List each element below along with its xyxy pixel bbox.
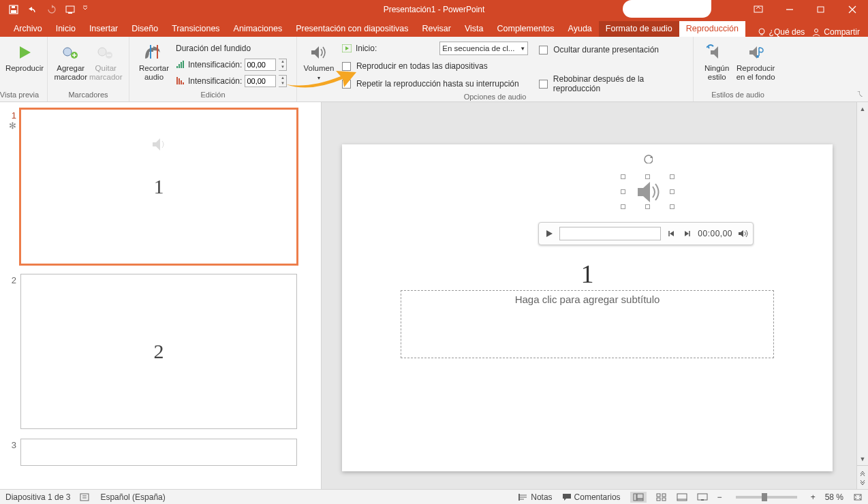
volume-icon — [309, 44, 329, 61]
resize-handle[interactable] — [645, 204, 650, 209]
subtitle-placeholder[interactable]: Haga clic para agregar subtítulo — [401, 290, 774, 358]
svg-point-11 — [759, 29, 764, 34]
zoom-knob[interactable] — [762, 493, 767, 501]
reproducir-button[interactable]: Reproducir — [5, 40, 44, 89]
minimize-button[interactable] — [774, 0, 805, 19]
comments-button[interactable]: Comentarios — [562, 492, 621, 502]
tab-vista[interactable]: Vista — [458, 21, 491, 37]
tab-animaciones[interactable]: Animaciones — [227, 21, 290, 37]
slide-thumbnail-2[interactable]: 2 — [20, 274, 297, 429]
tell-me-button[interactable]: ¿Qué des — [757, 27, 805, 37]
recortar-audio-button[interactable]: Recortar audio — [135, 40, 173, 89]
resize-handle[interactable] — [670, 204, 675, 209]
reading-view-button[interactable] — [677, 493, 687, 501]
tab-ayuda[interactable]: Ayuda — [561, 21, 599, 37]
zoom-slider[interactable] — [736, 496, 797, 499]
scroll-up-button[interactable]: ▲ — [858, 104, 868, 114]
resize-handle[interactable] — [621, 189, 625, 194]
slide-indicator[interactable]: Diapositiva 1 de 3 — [5, 492, 70, 502]
quitar-marcador-button: Quitar marcador — [89, 40, 124, 89]
slide-edit-area[interactable]: 00:00,00 1 Haga clic para agregar subtít… — [322, 102, 856, 489]
tab-inicio[interactable]: Inicio — [49, 21, 82, 37]
tab-diseno[interactable]: Diseño — [125, 21, 165, 37]
fade-in-input[interactable] — [245, 59, 276, 71]
qat-more-button[interactable] — [80, 0, 90, 19]
tab-archivo[interactable]: Archivo — [7, 21, 49, 37]
fade-out-input[interactable] — [245, 75, 276, 87]
speaker-icon — [635, 180, 664, 204]
close-button[interactable] — [837, 0, 868, 19]
thumb-number-2: 2 — [5, 274, 20, 285]
collapse-ribbon-button[interactable]: ㄟ — [856, 89, 864, 99]
resize-handle[interactable] — [670, 189, 675, 194]
resize-handle[interactable] — [621, 204, 625, 209]
zoom-in-button[interactable]: + — [811, 492, 816, 502]
tab-presentacion[interactable]: Presentación con diapositivas — [289, 21, 415, 37]
tab-reproduccion[interactable]: Reproducción — [679, 21, 745, 37]
next-slide-button[interactable] — [858, 477, 868, 488]
prev-slide-button[interactable] — [858, 467, 868, 477]
reproducir-fondo-button[interactable]: Reproducir en el fondo — [734, 40, 777, 89]
skip-forward-button[interactable] — [681, 227, 694, 240]
tab-complementos[interactable]: Complementos — [491, 21, 561, 37]
language-indicator[interactable]: Español (España) — [100, 492, 165, 502]
volume-button[interactable] — [737, 227, 749, 240]
audio-track[interactable] — [559, 227, 661, 240]
undo-button[interactable] — [23, 0, 42, 19]
tab-transiciones[interactable]: Transiciones — [165, 21, 226, 37]
vertical-scrollbar[interactable]: ▲ ▼ — [856, 102, 868, 489]
slideshow-button[interactable] — [697, 493, 708, 501]
redo-button[interactable] — [42, 0, 61, 19]
quick-access-toolbar — [4, 0, 90, 19]
thumb-title: 2 — [154, 340, 164, 363]
slide-title[interactable]: 1 — [342, 259, 833, 289]
audio-object[interactable] — [623, 157, 673, 226]
audio-icon — [149, 136, 169, 153]
animation-indicator-icon: ✻ — [9, 121, 16, 131]
scroll-down-button[interactable]: ▼ — [858, 454, 868, 464]
no-style-icon — [707, 44, 727, 61]
rebobinar-checkbox[interactable]: Rebobinar después de la reproducción — [539, 76, 687, 91]
thumb-title: 1 — [154, 175, 164, 198]
slide-thumbnail-3[interactable] — [20, 439, 297, 466]
zoom-out-button[interactable]: − — [717, 492, 722, 502]
tab-revisar[interactable]: Revisar — [416, 21, 458, 37]
zoom-level[interactable]: 58 % — [825, 492, 843, 502]
share-button[interactable]: Compartir — [811, 27, 860, 37]
resize-handle[interactable] — [645, 174, 650, 179]
maximize-button[interactable] — [805, 0, 837, 19]
fade-in-label: Intensificación: — [188, 60, 242, 69]
fade-in-spinner[interactable]: ▲▼ — [279, 59, 287, 71]
tab-insertar[interactable]: Insertar — [82, 21, 125, 37]
inicio-dropdown[interactable]: En secuencia de cl...▼ — [439, 42, 528, 55]
main-area: 1 ✻ 1 2 2 3 — [0, 102, 868, 489]
resize-handle[interactable] — [670, 174, 675, 179]
agregar-marcador-button[interactable]: Agregar marcador — [53, 40, 89, 89]
normal-view-button[interactable] — [630, 492, 647, 503]
user-account-area[interactable] — [623, 0, 711, 18]
slide-canvas[interactable]: 00:00,00 1 Haga clic para agregar subtít… — [342, 144, 833, 471]
reproducir-todas-checkbox[interactable]: Reproducir en todas las diapositivas — [342, 59, 528, 74]
volumen-button[interactable]: Volumen▾ — [303, 40, 335, 91]
skip-back-button[interactable] — [665, 227, 677, 240]
window-controls — [743, 0, 868, 19]
rotate-handle-icon[interactable] — [643, 154, 653, 163]
fade-out-spinner[interactable]: ▲▼ — [279, 75, 287, 87]
svg-rect-25 — [181, 62, 182, 68]
slide-sorter-button[interactable] — [656, 493, 667, 501]
fit-to-window-button[interactable] — [853, 493, 863, 501]
save-button[interactable] — [4, 0, 23, 19]
ningun-estilo-button[interactable]: Ningún estilo — [699, 40, 734, 89]
notes-button[interactable]: Notas — [518, 492, 552, 502]
ocultar-checkbox[interactable]: Ocultar durante presentación — [539, 42, 687, 57]
resize-handle[interactable] — [621, 174, 625, 179]
repetir-checkbox[interactable]: Repetir la reproducción hasta su interru… — [342, 76, 528, 91]
ribbon-display-options-button[interactable] — [743, 0, 774, 19]
window-title: Presentación1 - PowerPoint — [384, 5, 485, 14]
start-from-beginning-button[interactable] — [61, 0, 80, 19]
play-button[interactable] — [543, 227, 555, 240]
spell-check-icon[interactable] — [80, 492, 91, 502]
tab-formato-audio[interactable]: Formato de audio — [599, 21, 679, 37]
thumb-number-1: 1 — [5, 109, 20, 121]
slide-thumbnail-1[interactable]: 1 — [20, 109, 297, 264]
